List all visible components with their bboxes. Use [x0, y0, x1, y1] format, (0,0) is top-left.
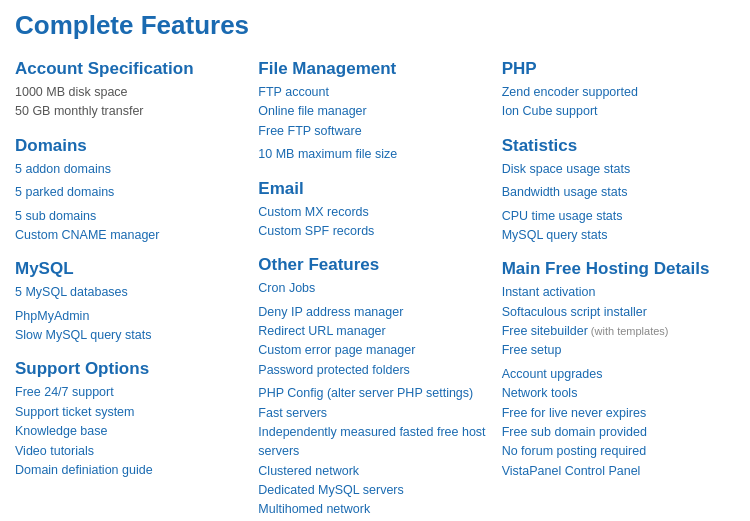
item-domain-definiation-guide[interactable]: Domain definiation guide	[15, 461, 248, 480]
item-vistapanel-control-panel[interactable]: VistaPanel Control Panel	[502, 462, 735, 481]
item-free-for-live-never-expires[interactable]: Free for live never expires	[502, 404, 735, 423]
item-free-sitebuilder[interactable]: Free sitebuilder (with templates)	[502, 322, 735, 341]
item-free-ftp-software[interactable]: Free FTP software	[258, 122, 491, 141]
item-mysql-query-stats[interactable]: MySQL query stats	[502, 226, 735, 245]
item-redirect-url-manager[interactable]: Redirect URL manager	[258, 322, 491, 341]
item-custom-spf-records[interactable]: Custom SPF records	[258, 222, 491, 241]
section-title-php: PHP	[502, 59, 735, 79]
item-5-addon-domains[interactable]: 5 addon domains	[15, 160, 248, 179]
section-title-file-management: File Management	[258, 59, 491, 79]
item-softaculous-script-installer[interactable]: Softaculous script installer	[502, 303, 735, 322]
item-support-ticket-system[interactable]: Support ticket system	[15, 403, 248, 422]
item-dedicated-mysql-servers[interactable]: Dedicated MySQL servers	[258, 481, 491, 500]
item-slow-mysql-query-stats[interactable]: Slow MySQL query stats	[15, 326, 248, 345]
item-50-gb-monthly-transfer: 50 GB monthly transfer	[15, 102, 248, 121]
feature-columns: Account Specification1000 MB disk space5…	[15, 59, 735, 521]
section-php: PHPZend encoder supportedIon Cube suppor…	[502, 59, 735, 122]
item-knowledge-base[interactable]: Knowledge base	[15, 422, 248, 441]
item-disk-space-usage-stats[interactable]: Disk space usage stats	[502, 160, 735, 179]
section-title-other-features: Other Features	[258, 255, 491, 275]
section-title-support-options: Support Options	[15, 359, 248, 379]
column-1: Account Specification1000 MB disk space5…	[15, 59, 248, 521]
column-3: PHPZend encoder supportedIon Cube suppor…	[502, 59, 735, 521]
item-custom-error-page-manager[interactable]: Custom error page manager	[258, 341, 491, 360]
item-independently-measured-fasted-free-host-servers[interactable]: Independently measured fasted free host …	[258, 423, 491, 462]
page-title: Complete Features	[15, 10, 735, 41]
item-1000-mb-disk-space: 1000 MB disk space	[15, 83, 248, 102]
item-clustered-network[interactable]: Clustered network	[258, 462, 491, 481]
item-5-mysql-databases[interactable]: 5 MySQL databases	[15, 283, 248, 302]
item-cpu-time-usage-stats[interactable]: CPU time usage stats	[502, 207, 735, 226]
item-5-parked-domains[interactable]: 5 parked domains	[15, 183, 248, 202]
section-title-email: Email	[258, 179, 491, 199]
item-video-tutorials[interactable]: Video tutorials	[15, 442, 248, 461]
section-domains: Domains5 addon domains5 parked domains5 …	[15, 136, 248, 246]
section-account-specification: Account Specification1000 MB disk space5…	[15, 59, 248, 122]
item-free-setup[interactable]: Free setup	[502, 341, 735, 360]
item-free-sub-domain-provided[interactable]: Free sub domain provided	[502, 423, 735, 442]
item-no-forum-posting-required[interactable]: No forum posting required	[502, 442, 735, 461]
item-password-protected-folders[interactable]: Password protected folders	[258, 361, 491, 380]
item-phpmyadmin[interactable]: PhpMyAdmin	[15, 307, 248, 326]
item-instant-activation[interactable]: Instant activation	[502, 283, 735, 302]
item-5-sub-domains[interactable]: 5 sub domains	[15, 207, 248, 226]
item-zend-encoder-supported[interactable]: Zend encoder supported	[502, 83, 735, 102]
item-ftp-account[interactable]: FTP account	[258, 83, 491, 102]
section-title-main-free-hosting-details: Main Free Hosting Details	[502, 259, 735, 279]
section-other-features: Other FeaturesCron JobsDeny IP address m…	[258, 255, 491, 520]
item-custom-mx-records[interactable]: Custom MX records	[258, 203, 491, 222]
item-bandwidth-usage-stats[interactable]: Bandwidth usage stats	[502, 183, 735, 202]
section-mysql: MySQL5 MySQL databasesPhpMyAdminSlow MyS…	[15, 259, 248, 345]
item-fast-servers[interactable]: Fast servers	[258, 404, 491, 423]
section-title-mysql: MySQL	[15, 259, 248, 279]
section-statistics: StatisticsDisk space usage statsBandwidt…	[502, 136, 735, 246]
item-10-mb-maximum-file-size[interactable]: 10 MB maximum file size	[258, 145, 491, 164]
section-title-statistics: Statistics	[502, 136, 735, 156]
section-title-domains: Domains	[15, 136, 248, 156]
item-deny-ip-address-manager[interactable]: Deny IP address manager	[258, 303, 491, 322]
item-php-config-alter-server-php-settings[interactable]: PHP Config (alter server PHP settings)	[258, 384, 491, 403]
item-online-file-manager[interactable]: Online file manager	[258, 102, 491, 121]
item-free-247-support[interactable]: Free 24/7 support	[15, 383, 248, 402]
section-email: EmailCustom MX recordsCustom SPF records	[258, 179, 491, 242]
item-custom-cname-manager[interactable]: Custom CNAME manager	[15, 226, 248, 245]
section-main-free-hosting-details: Main Free Hosting DetailsInstant activat…	[502, 259, 735, 481]
section-title-account-specification: Account Specification	[15, 59, 248, 79]
item-ion-cube-support[interactable]: Ion Cube support	[502, 102, 735, 121]
item-multihomed-network[interactable]: Multihomed network	[258, 500, 491, 519]
item-account-upgrades[interactable]: Account upgrades	[502, 365, 735, 384]
item-network-tools[interactable]: Network tools	[502, 384, 735, 403]
column-2: File ManagementFTP accountOnline file ma…	[258, 59, 491, 521]
section-file-management: File ManagementFTP accountOnline file ma…	[258, 59, 491, 165]
item-cron-jobs[interactable]: Cron Jobs	[258, 279, 491, 298]
section-support-options: Support OptionsFree 24/7 supportSupport …	[15, 359, 248, 480]
